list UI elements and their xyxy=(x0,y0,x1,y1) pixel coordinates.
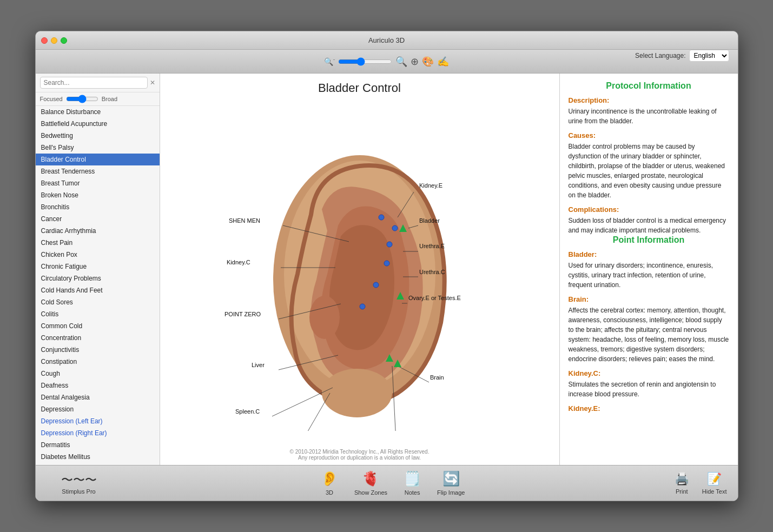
bladder-heading: Bladder: xyxy=(569,250,729,258)
layers-icon[interactable]: ⊕ xyxy=(411,56,419,68)
3d-icon: 👂 xyxy=(321,470,338,487)
window-title: Auriculo 3D xyxy=(368,36,405,44)
list-item[interactable]: Cold Hands And Feet xyxy=(36,284,160,296)
minimize-button[interactable] xyxy=(51,37,57,44)
causes-heading: Causes: xyxy=(569,131,729,139)
list-item[interactable]: Deafness xyxy=(36,380,160,391)
kidneyc-heading: Kidney.C: xyxy=(569,369,729,377)
list-item[interactable]: Diabetes Mellitus xyxy=(36,451,160,463)
list-item[interactable]: Common Cold xyxy=(36,320,160,332)
list-item[interactable]: Depression (Left Ear) xyxy=(36,415,160,427)
zoom-slider[interactable] xyxy=(338,57,392,66)
list-item[interactable]: Constipation xyxy=(36,356,160,368)
brain-heading: Brain: xyxy=(569,295,729,303)
bottom-tools: 👂 3D 🫀 Show Zones 🗒️ Notes 🔄 Flip Image xyxy=(111,470,675,496)
flip-label: Flip Image xyxy=(437,489,465,496)
main-content: ✕ Focused Broad Balance DisturbanceBattl… xyxy=(36,74,738,465)
brain-text: Affects the cerebral cortex: memory, att… xyxy=(569,305,729,364)
flip-icon: 🔄 xyxy=(442,470,460,487)
info-panel: Protocol Information Description: Urinar… xyxy=(559,74,738,465)
ear-area: Kidney.EBladderSHEN MENUrethra.EKidney.C… xyxy=(160,99,559,449)
list-item[interactable]: Dental Analgesia xyxy=(36,391,160,403)
app-logo-area: 〜〜〜 Stimplus Pro xyxy=(47,472,111,495)
list-item[interactable]: Bedwetting xyxy=(36,130,160,142)
flip-image-button[interactable]: 🔄 Flip Image xyxy=(437,470,465,496)
3d-button[interactable]: 👂 3D xyxy=(321,470,338,496)
hide-text-button[interactable]: 📝 Hide Text xyxy=(702,472,727,495)
protocol-info-title: Protocol Information xyxy=(569,81,729,91)
focused-label: Focused xyxy=(40,96,63,102)
description-heading: Description: xyxy=(569,96,729,104)
bottom-right-tools: 🖨️ Print 📝 Hide Text xyxy=(675,472,727,495)
causes-text: Bladder control problems may be caused b… xyxy=(569,142,729,200)
palette-icon[interactable]: 🎨 xyxy=(422,56,434,68)
hide-text-label: Hide Text xyxy=(702,488,727,495)
main-window: Auriculo 3D 🔍- 🔍 ⊕ 🎨 ✍️ Select Language:… xyxy=(35,31,738,501)
traffic-lights xyxy=(41,37,67,44)
toolbar: 🔍- 🔍 ⊕ 🎨 ✍️ Select Language: English Spa… xyxy=(36,50,738,74)
center-panel: Bladder Control xyxy=(160,74,559,465)
list-item[interactable]: Bronchitis xyxy=(36,201,160,213)
focus-bar: Focused Broad xyxy=(36,92,160,106)
language-selector-wrap: Select Language: English Spanish French … xyxy=(635,50,729,62)
list-item[interactable]: Depression (Right Ear) xyxy=(36,427,160,439)
print-icon: 🖨️ xyxy=(675,472,689,486)
search-bar: ✕ xyxy=(36,74,160,92)
3d-label: 3D xyxy=(326,489,333,496)
kidneyc-text: Stimulates the secretion of renin and an… xyxy=(569,380,729,399)
zoom-slider-wrap xyxy=(338,57,392,66)
hide-text-icon: 📝 xyxy=(707,472,722,486)
list-item[interactable]: Concentration xyxy=(36,332,160,344)
list-item[interactable]: Chronic Fatigue xyxy=(36,261,160,272)
svg-point-2 xyxy=(322,369,392,417)
list-item[interactable]: Breast Tenderness xyxy=(36,165,160,177)
ear-image xyxy=(203,117,517,431)
list-item[interactable]: Chicken Pox xyxy=(36,249,160,261)
list-item[interactable]: Balance Disturbance xyxy=(36,106,160,118)
sidebar: ✕ Focused Broad Balance DisturbanceBattl… xyxy=(36,74,160,465)
app-logo-icon: 〜〜〜 xyxy=(61,472,97,488)
list-item[interactable]: Cardiac Arrhythmia xyxy=(36,225,160,237)
language-label: Select Language: xyxy=(635,52,685,59)
list-item[interactable]: Battlefield Acupuncture xyxy=(36,118,160,130)
show-zones-button[interactable]: 🫀 Show Zones xyxy=(354,470,387,496)
zoom-out-icon[interactable]: 🔍- xyxy=(324,57,335,66)
notes-button[interactable]: 🗒️ Notes xyxy=(404,470,421,496)
close-button[interactable] xyxy=(41,37,48,44)
list-item[interactable]: Chest Pain xyxy=(36,237,160,249)
list-item[interactable]: Circulatory Problems xyxy=(36,272,160,284)
notes-label: Notes xyxy=(405,489,420,496)
list-item[interactable]: Conjunctivitis xyxy=(36,344,160,356)
bladder-text: Used for urinary disorders; incontinence… xyxy=(569,261,729,290)
titlebar: Auriculo 3D xyxy=(36,31,738,50)
copyright-text: © 2010-2012 Miridia Technology Inc., All… xyxy=(290,449,430,465)
search-clear-button[interactable]: ✕ xyxy=(150,79,155,87)
app-name-label: Stimplus Pro xyxy=(62,488,95,495)
list-item[interactable]: Colitis xyxy=(36,308,160,320)
complications-text: Sudden loss of bladder control is a medi… xyxy=(569,216,729,235)
list-item[interactable]: Cold Sores xyxy=(36,296,160,308)
list-item[interactable]: Dermatitis xyxy=(36,439,160,451)
condition-list: Balance DisturbanceBattlefield Acupunctu… xyxy=(36,106,160,465)
list-item[interactable]: Cough xyxy=(36,368,160,380)
broad-label: Broad xyxy=(102,96,117,102)
language-select[interactable]: English Spanish French German xyxy=(689,50,729,62)
svg-point-3 xyxy=(309,296,340,339)
list-item[interactable]: Cancer xyxy=(36,213,160,225)
print-label: Print xyxy=(676,488,688,495)
complications-heading: Complications: xyxy=(569,205,729,214)
list-item[interactable]: Bell's Palsy xyxy=(36,142,160,154)
maximize-button[interactable] xyxy=(61,37,67,44)
zones-icon: 🫀 xyxy=(362,470,379,487)
focus-slider[interactable] xyxy=(66,95,98,103)
zoom-in-icon[interactable]: 🔍 xyxy=(395,56,407,68)
hand-icon[interactable]: ✍️ xyxy=(437,56,449,68)
search-input[interactable] xyxy=(40,77,148,89)
list-item[interactable]: Depression xyxy=(36,403,160,415)
list-item[interactable]: Bladder Control xyxy=(36,154,160,165)
zones-label: Show Zones xyxy=(354,489,387,496)
list-item[interactable]: Breast Tumor xyxy=(36,177,160,189)
print-button[interactable]: 🖨️ Print xyxy=(675,472,689,495)
list-item[interactable]: Broken Nose xyxy=(36,189,160,201)
point-info-title: Point Information xyxy=(569,235,729,245)
